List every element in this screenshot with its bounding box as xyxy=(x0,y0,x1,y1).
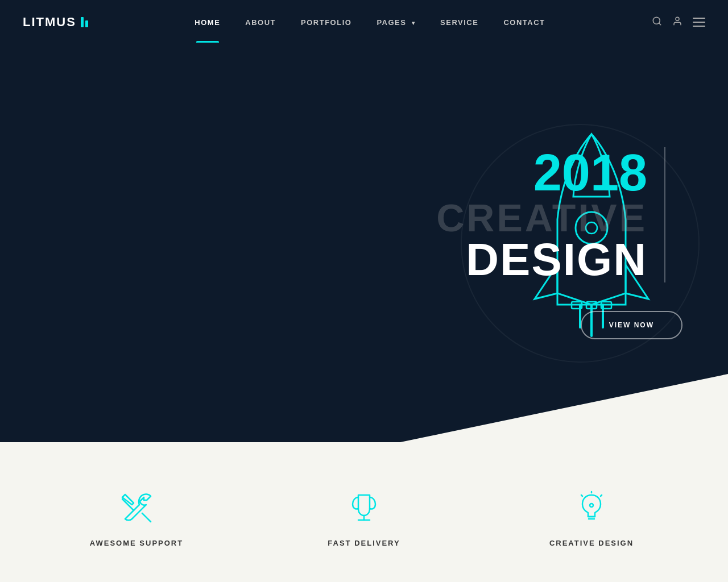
main-nav: HOME ABOUT PORTFOLIO PAGES ▾ SERVICE CON… xyxy=(182,2,557,43)
view-now-button[interactable]: VIEW NOW xyxy=(581,311,682,339)
feature-awesome-support: AWESOME SUPPORT xyxy=(23,488,250,547)
hero-creative: CREATIVE xyxy=(46,198,647,237)
hero-divider xyxy=(664,147,665,282)
hero-year: 2018 xyxy=(46,147,647,198)
logo-bars-icon xyxy=(81,17,88,27)
nav-home[interactable]: HOME xyxy=(182,2,233,43)
tools-icon xyxy=(117,488,156,527)
svg-line-19 xyxy=(601,495,602,496)
bulb-icon xyxy=(572,488,611,527)
trophy-icon xyxy=(344,488,384,527)
logo-bar-1 xyxy=(81,17,84,27)
chevron-down-icon: ▾ xyxy=(412,20,416,26)
nav-pages[interactable]: PAGES ▾ xyxy=(364,2,428,43)
feature-label-delivery: FAST DELIVERY xyxy=(328,539,400,547)
svg-point-2 xyxy=(676,17,679,20)
hero-cta-wrap: VIEW NOW xyxy=(46,311,682,339)
hero-design: DESIGN xyxy=(46,237,647,282)
hero-titles: 2018 CREATIVE DESIGN xyxy=(46,147,647,282)
svg-point-17 xyxy=(590,504,593,507)
svg-line-1 xyxy=(659,23,660,24)
hero-section: 2018 CREATIVE DESIGN VIEW NOW xyxy=(0,44,728,442)
feature-label-support: AWESOME SUPPORT xyxy=(90,539,183,547)
feature-fast-delivery: FAST DELIVERY xyxy=(250,488,478,547)
hero-text-group: 2018 CREATIVE DESIGN xyxy=(46,147,682,282)
nav-about[interactable]: ABOUT xyxy=(233,2,288,43)
svg-line-20 xyxy=(581,495,582,496)
nav-portfolio[interactable]: PORTFOLIO xyxy=(288,2,364,43)
search-icon[interactable] xyxy=(652,16,662,29)
logo-text: LITMUS xyxy=(23,15,76,30)
logo[interactable]: LITMUS xyxy=(23,15,88,30)
features-section: AWESOME SUPPORT FAST DELIVERY xyxy=(0,442,728,581)
feature-creative-design: CREATIVE DESIGN xyxy=(478,488,705,547)
hero-content: 2018 CREATIVE DESIGN VIEW NOW xyxy=(0,113,728,373)
svg-line-11 xyxy=(142,513,151,522)
user-icon[interactable] xyxy=(672,16,682,29)
logo-bar-2 xyxy=(85,20,88,27)
header: LITMUS HOME ABOUT PORTFOLIO PAGES ▾ SERV… xyxy=(0,0,728,44)
feature-label-design: CREATIVE DESIGN xyxy=(549,539,634,547)
hamburger-menu-icon[interactable] xyxy=(693,18,705,27)
header-icons xyxy=(652,16,705,29)
nav-contact[interactable]: CONTACT xyxy=(491,2,557,43)
nav-service[interactable]: SERVICE xyxy=(428,2,491,43)
